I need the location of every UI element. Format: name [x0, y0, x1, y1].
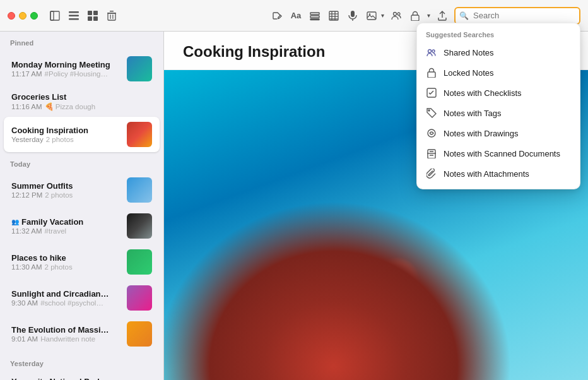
scanned-notes-icon: [426, 148, 437, 159]
grid-view-button[interactable]: [86, 9, 100, 23]
note-meta: Yesterday 2 photos: [11, 136, 122, 143]
svg-point-27: [394, 12, 397, 15]
search-dropdown: Suggested Searches Shared Notes Locked N…: [416, 23, 580, 189]
note-info: The Evolution of Massi… 9:01 AM Handwrit…: [11, 325, 122, 343]
maximize-button[interactable]: [30, 12, 38, 20]
note-title: Sunlight and Circadian…: [11, 289, 122, 299]
dropdown-item-notes-attachments[interactable]: Notes with Attachments: [417, 163, 580, 184]
close-button[interactable]: [8, 12, 15, 20]
lock-button[interactable]: [408, 9, 422, 23]
list-view-button[interactable]: [67, 9, 81, 23]
note-meta: 11:17 AM #Policy #Housing…: [11, 70, 122, 78]
yesterday-section-header: Yesterday: [0, 352, 163, 371]
pinned-section-header: Pinned: [0, 32, 163, 50]
dropdown-item-label: Shared Notes: [444, 48, 494, 57]
dropdown-item-notes-tags[interactable]: Notes with Tags: [417, 103, 580, 123]
dropdown-item-label: Notes with Checklists: [444, 88, 522, 98]
dropdown-item-label: Notes with Scanned Documents: [444, 149, 560, 158]
svg-rect-25: [367, 12, 376, 20]
note-title: Monday Morning Meeting: [11, 60, 122, 69]
dropdown-item-label: Locked Notes: [444, 68, 494, 78]
svg-rect-13: [112, 15, 113, 19]
note-item-summer-outfits[interactable]: Summer Outfits 12:12 PM 2 photos: [4, 172, 160, 208]
svg-rect-29: [411, 15, 419, 21]
note-info: Sunlight and Circadian… 9:30 AM #school …: [11, 289, 122, 307]
note-item-cooking-inspiration[interactable]: Cooking Inspiration Yesterday 2 photos: [4, 117, 160, 152]
svg-rect-4: [69, 18, 79, 20]
svg-rect-6: [93, 11, 98, 15]
share-button[interactable]: [435, 9, 449, 23]
lock-dropdown-arrow[interactable]: ▾: [427, 12, 430, 19]
note-thumbnail: [127, 177, 152, 203]
note-thumbnail: [127, 285, 152, 311]
note-info: 👥 Family Vacation 11:32 AM #travel: [11, 217, 122, 235]
tags-notes-icon: [426, 107, 437, 119]
note-meta: 9:01 AM Handwritten note: [11, 335, 122, 343]
svg-rect-10: [110, 11, 114, 12]
note-info: Summer Outfits 12:12 PM 2 photos: [11, 181, 122, 199]
compose-button[interactable]: [270, 9, 284, 23]
dropdown-item-locked-notes[interactable]: Locked Notes: [417, 62, 580, 83]
search-container: 🔍: [454, 7, 580, 25]
dropdown-item-notes-drawings[interactable]: Notes with Drawings: [417, 123, 580, 143]
dropdown-item-shared-notes[interactable]: Shared Notes: [417, 42, 580, 62]
checklist-button[interactable]: [308, 9, 322, 23]
font-button[interactable]: Aa: [289, 9, 303, 23]
svg-rect-11: [108, 13, 115, 20]
note-title: The Evolution of Massi…: [11, 325, 122, 335]
dropdown-item-notes-checklists[interactable]: Notes with Checklists: [417, 83, 580, 103]
note-info: Yosemite National Park: [11, 377, 152, 380]
svg-rect-12: [110, 15, 111, 19]
note-item-groceries-list[interactable]: Groceries List 11:16 AM 🍕 Pizza dough: [4, 87, 160, 116]
note-title: 👥 Family Vacation: [11, 217, 122, 227]
svg-rect-32: [428, 72, 435, 78]
media-button[interactable]: [365, 9, 379, 23]
svg-point-31: [432, 50, 435, 52]
sidebar-toggle-button[interactable]: [48, 9, 62, 23]
dropdown-item-label: Notes with Tags: [444, 109, 502, 118]
locked-notes-icon: [426, 67, 437, 78]
svg-point-28: [397, 13, 400, 15]
delete-button[interactable]: [105, 9, 119, 23]
svg-rect-16: [310, 19, 319, 20]
minimize-button[interactable]: [19, 12, 26, 20]
svg-rect-14: [310, 13, 319, 15]
titlebar: Aa ▾: [0, 0, 588, 32]
note-item-evolution[interactable]: The Evolution of Massi… 9:01 AM Handwrit…: [4, 316, 160, 352]
note-item-family-vacation[interactable]: 👥 Family Vacation 11:32 AM #travel: [4, 208, 160, 244]
note-title: Cooking Inspiration: [11, 126, 122, 135]
note-meta: 9:30 AM #school #psychol…: [11, 299, 122, 307]
note-item-yosemite[interactable]: Yosemite National Park: [4, 372, 160, 380]
traffic-lights: [8, 12, 38, 20]
note-thumbnail: [127, 249, 152, 275]
note-info: Groceries List 11:16 AM 🍕 Pizza dough: [11, 92, 152, 111]
dropdown-item-label: Notes with Attachments: [444, 169, 529, 179]
svg-rect-23: [351, 11, 355, 17]
note-thumbnail: [127, 321, 152, 347]
svg-rect-2: [69, 11, 79, 13]
note-title: Groceries List: [11, 92, 152, 102]
note-item-monday-morning-meeting[interactable]: Monday Morning Meeting 11:17 AM #Policy …: [4, 51, 160, 86]
note-info: Monday Morning Meeting 11:17 AM #Policy …: [11, 60, 122, 78]
note-title: Places to hike: [11, 253, 122, 263]
checklist-notes-icon: [426, 87, 437, 98]
note-info: Cooking Inspiration Yesterday 2 photos: [11, 126, 122, 143]
note-item-places-to-hike[interactable]: Places to hike 11:30 AM 2 photos: [4, 244, 160, 280]
search-input[interactable]: [454, 7, 580, 25]
note-item-sunlight-circadian[interactable]: Sunlight and Circadian… 9:30 AM #school …: [4, 280, 160, 316]
note-title: Summer Outfits: [11, 181, 122, 191]
dropdown-section-title: Suggested Searches: [417, 28, 580, 42]
collab-button[interactable]: [389, 9, 403, 23]
svg-rect-36: [428, 150, 435, 158]
note-title: Yosemite National Park: [11, 377, 152, 380]
dropdown-item-notes-scanned[interactable]: Notes with Scanned Documents: [417, 143, 580, 163]
svg-point-34: [428, 110, 430, 111]
svg-rect-3: [69, 15, 79, 16]
audio-button[interactable]: [346, 9, 360, 23]
svg-rect-15: [310, 16, 319, 18]
media-dropdown-arrow[interactable]: ▾: [381, 12, 384, 19]
dropdown-item-label: Notes with Drawings: [444, 129, 519, 138]
table-button[interactable]: [327, 9, 341, 23]
note-meta: 11:32 AM #travel: [11, 227, 122, 235]
svg-rect-0: [50, 11, 54, 20]
